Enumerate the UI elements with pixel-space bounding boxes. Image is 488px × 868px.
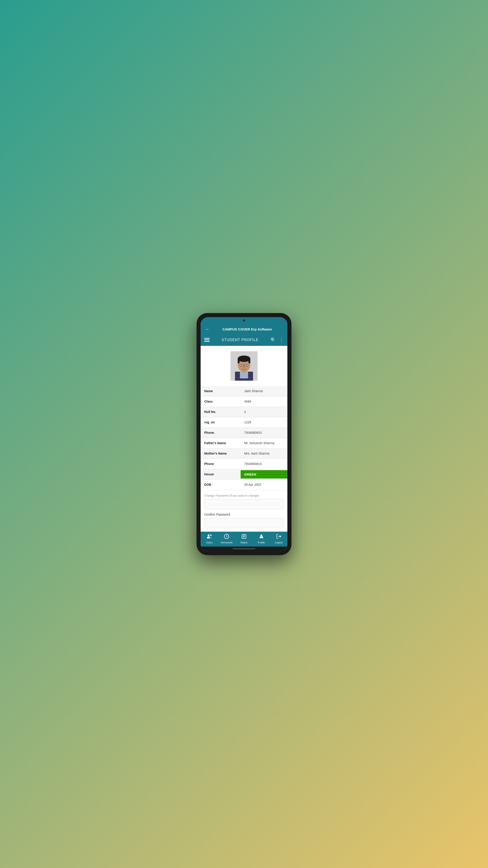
users-icon bbox=[206, 534, 212, 540]
phone2-row: Phone 7004680810 bbox=[201, 459, 287, 469]
class-value: ANM bbox=[240, 397, 287, 405]
profile-photo-section bbox=[201, 346, 287, 384]
hamburger-button[interactable] bbox=[204, 338, 210, 342]
notice-label: Notice bbox=[240, 541, 248, 544]
father-label: Father's Name bbox=[201, 439, 240, 447]
confirm-password-input[interactable] bbox=[204, 518, 284, 528]
student-photo-svg bbox=[230, 351, 258, 381]
regno-row: reg_no 1226 bbox=[201, 417, 287, 428]
confirm-password-label: Confirm Password bbox=[204, 513, 284, 516]
house-row: House GREEN bbox=[201, 469, 287, 480]
hamburger-line-3 bbox=[204, 341, 210, 342]
svg-point-17 bbox=[210, 535, 212, 536]
more-options-icon[interactable]: ⋮ bbox=[279, 337, 284, 343]
father-row: Father's Name Mr. Ashutosh Sharma bbox=[201, 438, 287, 448]
phone-value: 7004680810 bbox=[240, 429, 287, 437]
profile-icon bbox=[259, 534, 264, 540]
regno-label: reg_no bbox=[201, 418, 240, 426]
class-label: Class bbox=[201, 397, 240, 405]
house-value: GREEN bbox=[240, 470, 287, 478]
screen-title: STUDENT PROFILE bbox=[222, 338, 258, 342]
rollno-row: Roll No. 2 bbox=[201, 407, 287, 417]
nav-item-homework[interactable]: Homework bbox=[218, 534, 235, 544]
name-value: Jatin Sharma bbox=[240, 387, 287, 395]
phone2-label: Phone bbox=[201, 460, 240, 468]
logout-label: Logout bbox=[275, 541, 283, 544]
bottom-navigation: Users Homework bbox=[201, 532, 287, 547]
svg-rect-6 bbox=[238, 359, 239, 363]
search-icon[interactable]: 🔍 bbox=[270, 337, 276, 343]
phone-label: Phone. bbox=[201, 429, 240, 437]
nav-bar: STUDENT PROFILE 🔍 ⋮ bbox=[201, 335, 287, 346]
dob-label: DOB bbox=[201, 480, 240, 489]
dob-value: 28 Apr 2002 bbox=[240, 480, 287, 489]
svg-rect-2 bbox=[240, 372, 248, 378]
hamburger-line-1 bbox=[204, 338, 210, 339]
phone2-value: 7004680810 bbox=[240, 460, 287, 468]
change-password-input[interactable] bbox=[204, 499, 284, 509]
home-indicator bbox=[201, 547, 287, 551]
change-password-label: Change Password (If you want to change) bbox=[204, 494, 284, 497]
homework-label: Homework bbox=[221, 541, 233, 544]
mother-value: Mrs. Aarti Sharma bbox=[240, 450, 287, 458]
phone-frame: ← CAMPUS COVER Erp Software STUDENT PROF… bbox=[197, 313, 291, 555]
app-title: CAMPUS COVER Erp Software bbox=[210, 327, 284, 331]
svg-point-11 bbox=[246, 365, 247, 366]
logout-icon bbox=[276, 534, 282, 540]
nav-item-users[interactable]: Users bbox=[201, 534, 218, 544]
home-bar bbox=[233, 548, 255, 549]
hamburger-line-2 bbox=[204, 340, 210, 340]
father-value: Mr. Ashutosh Sharma bbox=[240, 439, 287, 447]
mother-label: Mother's Name bbox=[201, 450, 240, 458]
phone-row: Phone. 7004680810 bbox=[201, 428, 287, 438]
svg-point-23 bbox=[260, 535, 262, 536]
student-info-table: Name Jatin Sharma Class ANM Roll No. 2 r… bbox=[201, 386, 287, 490]
name-row: Name Jatin Sharma bbox=[201, 386, 287, 397]
notice-icon bbox=[241, 534, 247, 540]
nav-item-profile[interactable]: Profile bbox=[253, 534, 270, 544]
content-area: Name Jatin Sharma Class ANM Roll No. 2 r… bbox=[201, 346, 287, 532]
rollno-value: 2 bbox=[240, 408, 287, 416]
rollno-label: Roll No. bbox=[201, 408, 240, 416]
svg-point-15 bbox=[243, 367, 245, 368]
name-label: Name bbox=[201, 387, 240, 395]
top-app-bar: ← CAMPUS COVER Erp Software bbox=[201, 323, 287, 335]
class-row: Class ANM bbox=[201, 397, 287, 407]
change-password-section: Change Password (If you want to change) bbox=[201, 490, 287, 511]
change-password-hint: (If you want to change) bbox=[229, 494, 259, 497]
homework-icon bbox=[224, 534, 229, 540]
phone-screen: ← CAMPUS COVER Erp Software STUDENT PROF… bbox=[201, 317, 287, 551]
student-photo bbox=[230, 351, 258, 381]
nav-item-logout[interactable]: Logout bbox=[270, 534, 287, 544]
users-label: Users bbox=[206, 541, 213, 544]
confirm-password-section: Confirm Password bbox=[201, 511, 287, 532]
profile-label: Profile bbox=[258, 541, 265, 544]
svg-rect-7 bbox=[249, 359, 250, 363]
mother-row: Mother's Name Mrs. Aarti Sharma bbox=[201, 448, 287, 459]
svg-point-10 bbox=[241, 365, 242, 366]
svg-point-5 bbox=[238, 355, 250, 362]
camera-dot bbox=[243, 319, 245, 322]
back-button[interactable]: ← bbox=[204, 326, 210, 333]
nav-icons: 🔍 ⋮ bbox=[270, 337, 284, 343]
house-label: House bbox=[201, 470, 240, 478]
svg-point-16 bbox=[207, 534, 209, 536]
regno-value: 1226 bbox=[240, 418, 287, 426]
nav-item-notice[interactable]: Notice bbox=[235, 534, 253, 544]
dob-row: DOB 28 Apr 2002 bbox=[201, 480, 287, 490]
